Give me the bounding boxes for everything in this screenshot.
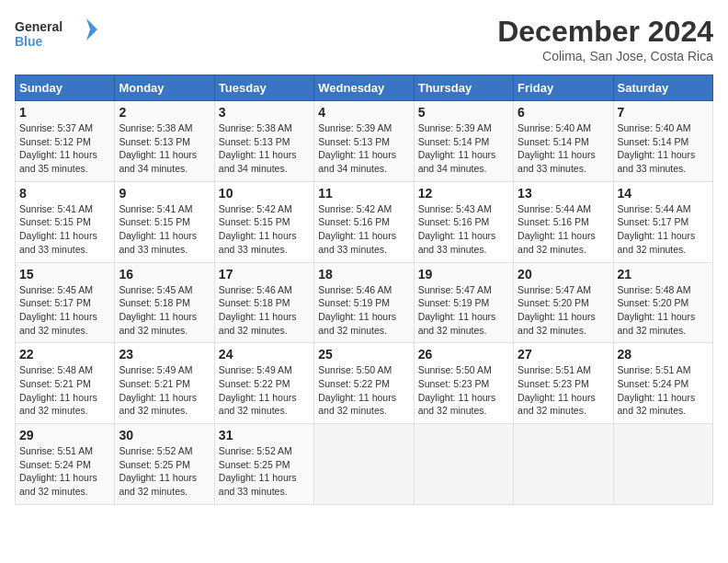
- calendar-cell: [613, 424, 712, 505]
- calendar-cell: 5Sunrise: 5:39 AMSunset: 5:14 PMDaylight…: [414, 101, 513, 182]
- day-info: Sunrise: 5:46 AMSunset: 5:19 PMDaylight:…: [318, 283, 409, 338]
- calendar-cell: 11Sunrise: 5:42 AMSunset: 5:16 PMDayligh…: [314, 181, 414, 262]
- logo: General Blue: [15, 15, 97, 52]
- day-info: Sunrise: 5:40 AMSunset: 5:14 PMDaylight:…: [518, 121, 609, 176]
- calendar-cell: 20Sunrise: 5:47 AMSunset: 5:20 PMDayligh…: [514, 262, 613, 343]
- col-header-tuesday: Tuesday: [214, 75, 313, 101]
- location-subtitle: Colima, San Jose, Costa Rica: [497, 49, 713, 63]
- day-number: 21: [618, 267, 709, 282]
- col-header-thursday: Thursday: [414, 75, 513, 101]
- calendar-week-row: 1Sunrise: 5:37 AMSunset: 5:12 PMDaylight…: [16, 101, 713, 182]
- day-number: 24: [219, 347, 310, 362]
- calendar-week-row: 29Sunrise: 5:51 AMSunset: 5:24 PMDayligh…: [16, 424, 713, 505]
- calendar-cell: 22Sunrise: 5:48 AMSunset: 5:21 PMDayligh…: [16, 343, 115, 424]
- calendar-cell: 30Sunrise: 5:52 AMSunset: 5:25 PMDayligh…: [115, 424, 214, 505]
- col-header-saturday: Saturday: [613, 75, 712, 101]
- day-info: Sunrise: 5:45 AMSunset: 5:17 PMDaylight:…: [19, 283, 110, 338]
- calendar-header-row: SundayMondayTuesdayWednesdayThursdayFrid…: [16, 75, 713, 101]
- calendar-cell: 1Sunrise: 5:37 AMSunset: 5:12 PMDaylight…: [16, 101, 115, 182]
- calendar-cell: 17Sunrise: 5:46 AMSunset: 5:18 PMDayligh…: [214, 262, 313, 343]
- calendar-cell: 18Sunrise: 5:46 AMSunset: 5:19 PMDayligh…: [314, 262, 414, 343]
- svg-text:Blue: Blue: [15, 34, 43, 49]
- svg-marker-2: [86, 18, 97, 40]
- day-number: 22: [19, 347, 110, 362]
- day-info: Sunrise: 5:39 AMSunset: 5:14 PMDaylight:…: [418, 121, 509, 176]
- day-number: 30: [119, 428, 210, 442]
- day-info: Sunrise: 5:50 AMSunset: 5:23 PMDaylight:…: [418, 363, 509, 418]
- calendar-cell: 8Sunrise: 5:41 AMSunset: 5:15 PMDaylight…: [16, 181, 115, 262]
- day-info: Sunrise: 5:49 AMSunset: 5:21 PMDaylight:…: [119, 363, 210, 418]
- day-number: 19: [418, 267, 509, 282]
- day-number: 11: [318, 186, 409, 201]
- day-number: 10: [219, 186, 310, 201]
- day-number: 28: [618, 347, 709, 362]
- day-number: 13: [518, 186, 609, 201]
- day-number: 2: [119, 105, 210, 120]
- day-number: 20: [518, 267, 609, 282]
- day-info: Sunrise: 5:46 AMSunset: 5:18 PMDaylight:…: [219, 283, 310, 338]
- day-info: Sunrise: 5:39 AMSunset: 5:13 PMDaylight:…: [318, 121, 409, 176]
- logo-svg: General Blue: [15, 15, 97, 52]
- day-number: 25: [318, 347, 409, 362]
- page-header: General Blue December 2024 Colima, San J…: [15, 15, 713, 63]
- day-number: 16: [119, 267, 210, 282]
- day-info: Sunrise: 5:41 AMSunset: 5:15 PMDaylight:…: [19, 202, 110, 257]
- day-info: Sunrise: 5:38 AMSunset: 5:13 PMDaylight:…: [219, 121, 310, 176]
- calendar-cell: 15Sunrise: 5:45 AMSunset: 5:17 PMDayligh…: [16, 262, 115, 343]
- day-info: Sunrise: 5:52 AMSunset: 5:25 PMDaylight:…: [119, 444, 210, 499]
- day-info: Sunrise: 5:51 AMSunset: 5:24 PMDaylight:…: [19, 444, 110, 499]
- day-info: Sunrise: 5:41 AMSunset: 5:15 PMDaylight:…: [119, 202, 210, 257]
- day-number: 17: [219, 267, 310, 282]
- col-header-monday: Monday: [115, 75, 214, 101]
- calendar-cell: 9Sunrise: 5:41 AMSunset: 5:15 PMDaylight…: [115, 181, 214, 262]
- day-info: Sunrise: 5:48 AMSunset: 5:21 PMDaylight:…: [19, 363, 110, 418]
- calendar-cell: 25Sunrise: 5:50 AMSunset: 5:22 PMDayligh…: [314, 343, 414, 424]
- day-number: 26: [418, 347, 509, 362]
- day-number: 8: [19, 186, 110, 201]
- calendar-cell: 12Sunrise: 5:43 AMSunset: 5:16 PMDayligh…: [414, 181, 513, 262]
- calendar-cell: 31Sunrise: 5:52 AMSunset: 5:25 PMDayligh…: [214, 424, 313, 505]
- day-info: Sunrise: 5:51 AMSunset: 5:23 PMDaylight:…: [518, 363, 609, 418]
- calendar-cell: 27Sunrise: 5:51 AMSunset: 5:23 PMDayligh…: [514, 343, 613, 424]
- calendar-cell: 24Sunrise: 5:49 AMSunset: 5:22 PMDayligh…: [214, 343, 313, 424]
- calendar-cell: 2Sunrise: 5:38 AMSunset: 5:13 PMDaylight…: [115, 101, 214, 182]
- calendar-cell: 6Sunrise: 5:40 AMSunset: 5:14 PMDaylight…: [514, 101, 613, 182]
- day-info: Sunrise: 5:48 AMSunset: 5:20 PMDaylight:…: [618, 283, 709, 338]
- day-number: 1: [19, 105, 110, 120]
- day-info: Sunrise: 5:40 AMSunset: 5:14 PMDaylight:…: [618, 121, 709, 176]
- calendar-cell: 26Sunrise: 5:50 AMSunset: 5:23 PMDayligh…: [414, 343, 513, 424]
- svg-text:General: General: [15, 19, 63, 34]
- day-number: 29: [19, 428, 110, 442]
- day-info: Sunrise: 5:44 AMSunset: 5:16 PMDaylight:…: [518, 202, 609, 257]
- day-info: Sunrise: 5:49 AMSunset: 5:22 PMDaylight:…: [219, 363, 310, 418]
- calendar-cell: 28Sunrise: 5:51 AMSunset: 5:24 PMDayligh…: [613, 343, 712, 424]
- day-info: Sunrise: 5:44 AMSunset: 5:17 PMDaylight:…: [618, 202, 709, 257]
- title-block: December 2024 Colima, San Jose, Costa Ri…: [497, 15, 713, 63]
- day-info: Sunrise: 5:45 AMSunset: 5:18 PMDaylight:…: [119, 283, 210, 338]
- calendar-cell: 13Sunrise: 5:44 AMSunset: 5:16 PMDayligh…: [514, 181, 613, 262]
- day-info: Sunrise: 5:42 AMSunset: 5:16 PMDaylight:…: [318, 202, 409, 257]
- calendar-cell: 23Sunrise: 5:49 AMSunset: 5:21 PMDayligh…: [115, 343, 214, 424]
- calendar-cell: 14Sunrise: 5:44 AMSunset: 5:17 PMDayligh…: [613, 181, 712, 262]
- day-info: Sunrise: 5:38 AMSunset: 5:13 PMDaylight:…: [119, 121, 210, 176]
- day-info: Sunrise: 5:43 AMSunset: 5:16 PMDaylight:…: [418, 202, 509, 257]
- calendar-cell: [414, 424, 513, 505]
- day-info: Sunrise: 5:52 AMSunset: 5:25 PMDaylight:…: [219, 444, 310, 499]
- day-info: Sunrise: 5:51 AMSunset: 5:24 PMDaylight:…: [618, 363, 709, 418]
- day-number: 15: [19, 267, 110, 282]
- day-number: 9: [119, 186, 210, 201]
- calendar-cell: 10Sunrise: 5:42 AMSunset: 5:15 PMDayligh…: [214, 181, 313, 262]
- calendar-cell: 29Sunrise: 5:51 AMSunset: 5:24 PMDayligh…: [16, 424, 115, 505]
- calendar-cell: 4Sunrise: 5:39 AMSunset: 5:13 PMDaylight…: [314, 101, 414, 182]
- day-number: 18: [318, 267, 409, 282]
- day-number: 12: [418, 186, 509, 201]
- col-header-sunday: Sunday: [16, 75, 115, 101]
- calendar-cell: [314, 424, 414, 505]
- day-number: 7: [618, 105, 709, 120]
- calendar-week-row: 15Sunrise: 5:45 AMSunset: 5:17 PMDayligh…: [16, 262, 713, 343]
- day-number: 4: [318, 105, 409, 120]
- day-number: 5: [418, 105, 509, 120]
- day-number: 14: [618, 186, 709, 201]
- calendar-cell: 3Sunrise: 5:38 AMSunset: 5:13 PMDaylight…: [214, 101, 313, 182]
- calendar-cell: 21Sunrise: 5:48 AMSunset: 5:20 PMDayligh…: [613, 262, 712, 343]
